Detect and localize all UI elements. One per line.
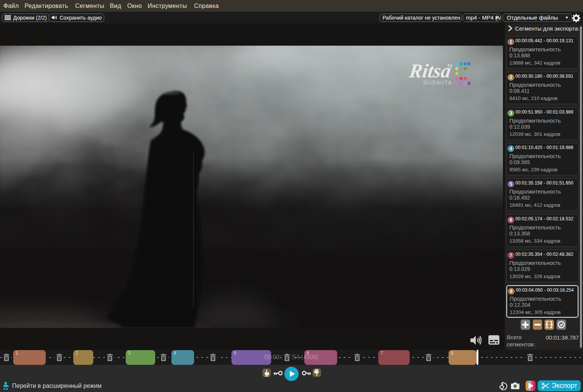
svg-text:TV: TV	[447, 64, 453, 68]
svg-text:Ritsa: Ritsa	[407, 60, 452, 81]
svg-text:GUDAUTA: GUDAUTA	[423, 80, 452, 86]
